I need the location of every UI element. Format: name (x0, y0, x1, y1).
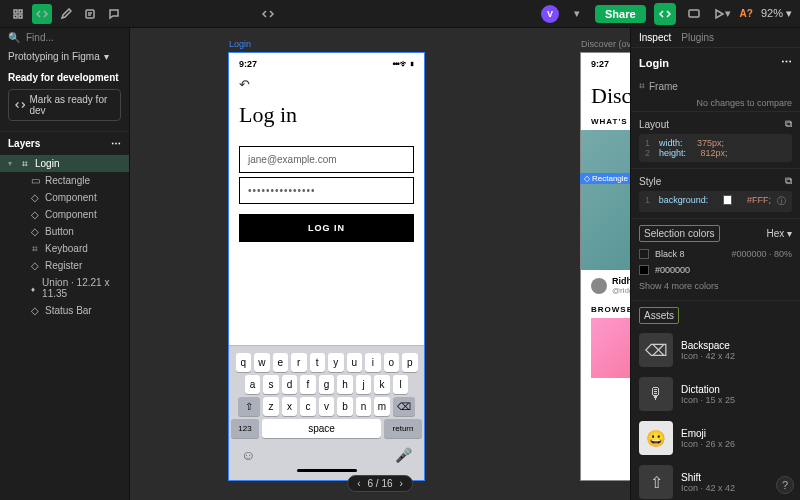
rfd-header: Ready for development (8, 72, 121, 83)
key: p (402, 353, 418, 372)
user-handle: @ridgo (612, 286, 630, 295)
avatar[interactable]: V (541, 5, 559, 23)
selection-menu-icon[interactable]: ⋯ (781, 56, 792, 69)
key: m (374, 397, 390, 416)
pager-prev-icon[interactable]: ‹ (354, 478, 363, 489)
present-icon[interactable] (684, 4, 704, 24)
artboard-label: Login (229, 39, 251, 49)
key-space: space (262, 419, 381, 438)
key: l (393, 375, 409, 394)
comment-icon[interactable] (104, 4, 124, 24)
key-backspace: ⌫ (393, 397, 415, 416)
layer-item[interactable]: ◇Button (0, 223, 129, 240)
annotation-icon[interactable] (80, 4, 100, 24)
key: j (356, 375, 372, 394)
dev-toggle-button[interactable] (654, 3, 676, 25)
emoji-icon: ☺ (241, 447, 255, 463)
key: b (337, 397, 353, 416)
key-return: return (384, 419, 422, 438)
layer-item[interactable]: ◇Component (0, 206, 129, 223)
asset-row[interactable]: 🎙DictationIcon · 15 x 25 (639, 372, 792, 416)
code-icon[interactable] (258, 4, 278, 24)
whats-new-header: WHAT'S NE (581, 117, 630, 126)
layers-menu-icon[interactable]: ⋯ (111, 138, 121, 149)
tab-inspect[interactable]: Inspect (639, 32, 671, 43)
asset-row[interactable]: ⇧ShiftIcon · 42 x 42 (639, 460, 792, 500)
search-input[interactable]: Find... (26, 32, 54, 43)
asset-row[interactable]: 😀EmojiIcon · 26 x 26 (639, 416, 792, 460)
browse-header: BROWSE AL (581, 301, 630, 318)
key: n (356, 397, 372, 416)
artboard-label: Discover (over) (581, 39, 630, 49)
chevron-down-icon[interactable]: ▾ (567, 4, 587, 24)
layer-item[interactable]: ⬧Union · 12.21 x 11.35 (0, 274, 129, 302)
hero-photo (581, 130, 630, 270)
svg-rect-1 (19, 10, 22, 13)
key: f (300, 375, 316, 394)
frame-type: Frame (649, 81, 678, 92)
layer-item[interactable]: ⌗Keyboard (0, 240, 129, 257)
keyboard: qwertyuiop asdfghjkl ⇧zxcvbnm⌫ 123 space… (229, 345, 424, 480)
style-code[interactable]: 1background: #FFF;ⓘ (639, 191, 792, 212)
asset-row[interactable]: ⌫BackspaceIcon · 42 x 42 (639, 328, 792, 372)
login-button: LOG IN (239, 214, 414, 242)
help-button[interactable]: ? (776, 476, 794, 494)
key: v (319, 397, 335, 416)
zoom-control[interactable]: 92% ▾ (761, 7, 792, 20)
color-row[interactable]: #000000 (639, 262, 792, 278)
layer-item[interactable]: ◇Status Bar (0, 302, 129, 319)
artboard-discover[interactable]: Discover (over) 9:27 Disc WHAT'S NE Ridh… (580, 52, 630, 481)
frame-pager[interactable]: ‹ 6 / 16 › (347, 475, 413, 492)
mark-ready-button[interactable]: Mark as ready for dev (8, 89, 121, 121)
key: c (300, 397, 316, 416)
play-icon[interactable]: ▾ (712, 4, 732, 24)
color-row[interactable]: Black 8#000000 · 80% (639, 246, 792, 262)
key: z (263, 397, 279, 416)
key-shift: ⇧ (238, 397, 260, 416)
show-more-colors[interactable]: Show 4 more colors (639, 278, 792, 294)
copy-icon[interactable]: ⧉ (785, 118, 792, 130)
key: g (319, 375, 335, 394)
selection-colors-header: Selection colors (639, 225, 720, 242)
key: t (310, 353, 326, 372)
pager-next-icon[interactable]: › (397, 478, 406, 489)
home-indicator (297, 469, 357, 472)
key: i (365, 353, 381, 372)
layout-code[interactable]: 1width: 375px; 2height: 812px; (639, 134, 792, 162)
layer-item[interactable]: ▾⌗Login (0, 155, 129, 172)
devmode-icon[interactable] (32, 4, 52, 24)
inspect-panel: Inspect Plugins Login ⋯ ⌗Frame No change… (630, 28, 800, 500)
selection-title: Login (639, 57, 669, 69)
style-header: Style (639, 176, 661, 187)
file-tab[interactable]: Prototyping in Figma ▾ (0, 47, 129, 66)
key: u (347, 353, 363, 372)
user-name: Ridhwa (612, 276, 630, 286)
back-arrow-icon: ↶ (229, 75, 424, 94)
key: a (245, 375, 261, 394)
hex-dropdown[interactable]: Hex ▾ (766, 228, 792, 239)
layer-tree: ▾⌗Login▭Rectangle◇Component◇Component◇Bu… (0, 155, 129, 500)
key: q (236, 353, 252, 372)
left-panel: 🔍 Find... Prototyping in Figma ▾ Ready f… (0, 28, 130, 500)
layer-item[interactable]: ◇Component (0, 189, 129, 206)
mic-icon: 🎤 (395, 447, 412, 463)
pager-text: 6 / 16 (367, 478, 392, 489)
ai-badge[interactable]: A? (740, 8, 753, 19)
tab-plugins[interactable]: Plugins (681, 32, 714, 43)
svg-rect-5 (689, 10, 699, 17)
info-icon[interactable]: ⓘ (777, 195, 786, 208)
pencil-icon[interactable] (56, 4, 76, 24)
browse-photo (591, 318, 630, 378)
artboard-login[interactable]: Login 9:27••• ᯤ ▮ ↶ Log in jane@example.… (228, 52, 425, 481)
key: h (337, 375, 353, 394)
selection-badge: ◇Rectangle (580, 173, 630, 184)
figma-menu-icon[interactable] (8, 4, 28, 24)
svg-rect-4 (86, 10, 94, 18)
copy-icon[interactable]: ⧉ (785, 175, 792, 187)
key: s (263, 375, 279, 394)
layer-item[interactable]: ◇Register (0, 257, 129, 274)
canvas[interactable]: Login 9:27••• ᯤ ▮ ↶ Log in jane@example.… (130, 28, 630, 500)
share-button[interactable]: Share (595, 5, 646, 23)
layer-item[interactable]: ▭Rectangle (0, 172, 129, 189)
key: d (282, 375, 298, 394)
